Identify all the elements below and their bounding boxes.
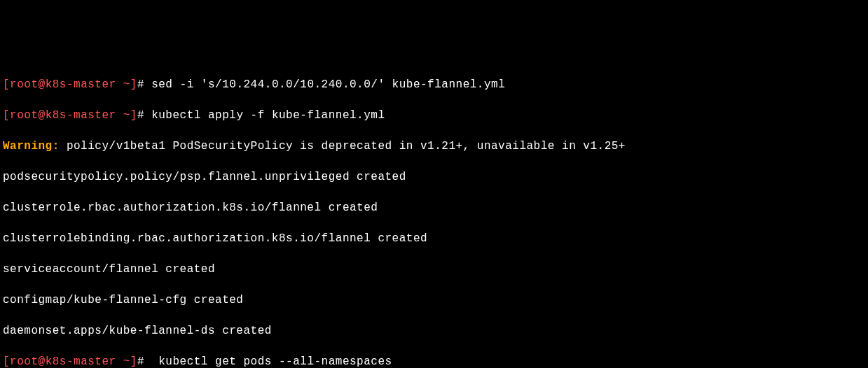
prompt-line-1[interactable]: [root@k8s-master ~]# sed -i 's/10.244.0.… xyxy=(3,77,865,92)
command-kubectl-apply: kubectl apply -f kube-flannel.yml xyxy=(151,109,385,122)
created-line: podsecuritypolicy.policy/psp.flannel.unp… xyxy=(3,169,865,185)
prompt-path: ~ xyxy=(116,78,130,91)
prompt-user: root xyxy=(10,355,38,368)
prompt-host: k8s-master xyxy=(46,109,116,122)
prompt-hash: # xyxy=(137,355,151,368)
prompt-line-3[interactable]: [root@k8s-master ~]# kubectl get pods --… xyxy=(3,354,865,368)
prompt-bracket-close: ] xyxy=(130,78,137,91)
prompt-bracket-close: ] xyxy=(130,355,137,368)
prompt-path: ~ xyxy=(116,355,130,368)
created-line: serviceaccount/flannel created xyxy=(3,262,865,277)
prompt-line-2[interactable]: [root@k8s-master ~]# kubectl apply -f ku… xyxy=(3,108,865,123)
prompt-bracket-open: [ xyxy=(3,355,10,368)
prompt-user: root xyxy=(10,78,38,91)
prompt-bracket-close: ] xyxy=(130,109,137,122)
created-line: daemonset.apps/kube-flannel-ds created xyxy=(3,323,865,339)
prompt-path: ~ xyxy=(116,109,130,122)
prompt-bracket-open: [ xyxy=(3,78,10,91)
prompt-at: @ xyxy=(39,355,46,368)
warning-text: policy/v1beta1 PodSecurityPolicy is depr… xyxy=(60,140,626,153)
command-sed: sed -i 's/10.244.0.0/10.240.0.0/' kube-f… xyxy=(151,78,505,91)
prompt-at: @ xyxy=(39,109,46,122)
created-line: clusterrole.rbac.authorization.k8s.io/fl… xyxy=(3,200,865,215)
created-line: clusterrolebinding.rbac.authorization.k8… xyxy=(3,231,865,246)
prompt-hash: # xyxy=(137,78,151,91)
prompt-host: k8s-master xyxy=(46,355,116,368)
created-line: configmap/kube-flannel-cfg created xyxy=(3,292,865,308)
prompt-bracket-open: [ xyxy=(3,109,10,122)
command-kubectl-get-pods: kubectl get pods --all-namespaces xyxy=(151,355,392,368)
warning-line: Warning: policy/v1beta1 PodSecurityPolic… xyxy=(3,139,865,154)
prompt-at: @ xyxy=(39,78,46,91)
warning-label: Warning: xyxy=(3,140,60,153)
prompt-host: k8s-master xyxy=(46,78,116,91)
prompt-hash: # xyxy=(137,109,151,122)
prompt-user: root xyxy=(10,109,38,122)
terminal-output: [root@k8s-master ~]# sed -i 's/10.244.0.… xyxy=(3,62,865,368)
